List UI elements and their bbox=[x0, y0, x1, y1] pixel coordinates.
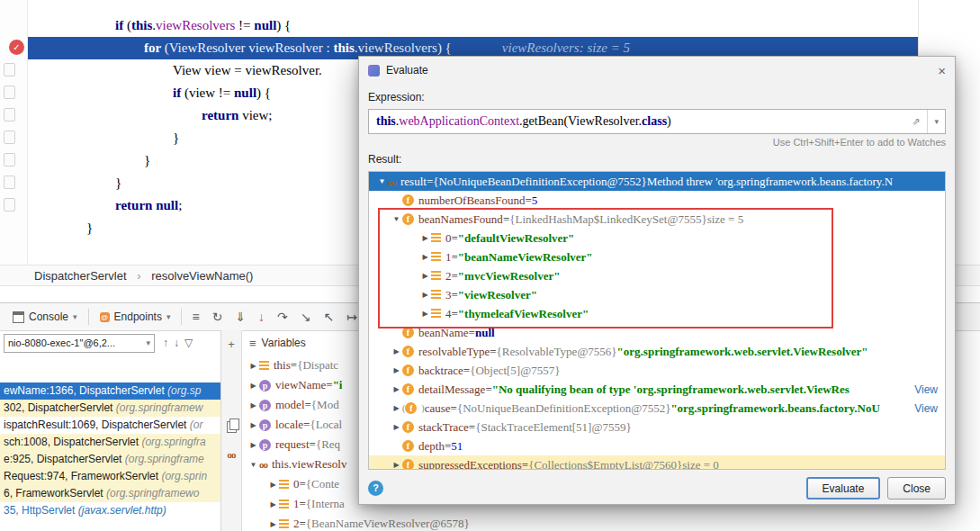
chevron-icon[interactable]: ▶ bbox=[419, 253, 431, 261]
frame-row[interactable]: Request:974, FrameworkServlet (org.sprin bbox=[0, 468, 220, 485]
chevron-icon[interactable]: ▶ bbox=[247, 401, 259, 410]
close-icon[interactable]: × bbox=[938, 63, 946, 78]
chevron-icon[interactable]: ▶ bbox=[391, 385, 402, 393]
array-element-icon bbox=[279, 519, 289, 529]
result-tree-row[interactable]: fbeanName = null bbox=[369, 323, 945, 342]
frame-row[interactable]: sch:1008, DispatcherServlet (org.springf… bbox=[0, 434, 220, 451]
frame-row[interactable]: 35, HttpServlet (javax.servlet.http) bbox=[0, 502, 220, 519]
copy-icon[interactable] bbox=[227, 421, 237, 433]
ide-window: if (this.viewResolvers != null) {for (Vi… bbox=[0, 0, 980, 531]
expression-input[interactable]: this.webApplicationContext.getBean(ViewR… bbox=[368, 109, 946, 134]
chevron-icon[interactable]: ▶ bbox=[419, 310, 431, 318]
result-tree-row[interactable]: ▶fresolvableType = {ResolvableType@7556}… bbox=[369, 342, 945, 361]
previous-frame-icon[interactable]: ↑ bbox=[163, 337, 168, 349]
chevron-icon[interactable]: ▶ bbox=[247, 382, 259, 390]
frame-row[interactable]: ispatchResult:1069, DispatcherServlet (o… bbox=[0, 417, 220, 434]
close-button[interactable]: Close bbox=[887, 477, 946, 500]
frame-row[interactable]: 302, DispatcherServlet (org.springframew bbox=[0, 400, 220, 417]
variables-menu-icon[interactable]: ≡ bbox=[249, 337, 256, 350]
result-tree-row[interactable]: fnumberOfBeansFound = 5 bbox=[369, 191, 945, 210]
chevron-icon[interactable]: ▶ bbox=[419, 272, 431, 280]
evaluate-button[interactable]: Evaluate bbox=[806, 477, 881, 500]
endpoints-icon: @ bbox=[100, 312, 110, 322]
step-out-icon[interactable]: ↖ bbox=[324, 310, 335, 324]
chevron-icon[interactable]: ▼ bbox=[391, 215, 402, 223]
breadcrumb-method[interactable]: resolveViewName() bbox=[151, 269, 253, 283]
frame-row[interactable]: ewName:1366, DispatcherServlet (org.sp bbox=[0, 382, 220, 400]
chevron-icon[interactable]: ▶ bbox=[391, 461, 402, 469]
drop-frame-icon[interactable]: ↓ bbox=[258, 310, 265, 324]
result-tree-row[interactable]: ▶0 = "defaultViewResolver" bbox=[369, 229, 945, 248]
run-to-cursor-icon[interactable]: ↦ bbox=[346, 310, 357, 324]
parameter-icon: p bbox=[259, 439, 271, 451]
tab-console-label: Console bbox=[29, 310, 68, 323]
expression-history-icon[interactable]: ▾ bbox=[927, 110, 939, 133]
dialog-title-bar[interactable]: Evaluate × bbox=[359, 57, 955, 84]
step-over-icon[interactable]: ↷ bbox=[277, 310, 288, 324]
result-tree-row[interactable]: ▼fbeanNamesFound = {LinkedHashMap$Linked… bbox=[369, 210, 945, 229]
result-tree-row[interactable]: ▶1 = "beanNameViewResolver" bbox=[369, 248, 945, 266]
layout-settings-icon[interactable]: ≡ bbox=[192, 310, 199, 324]
gutter-marker bbox=[4, 63, 15, 76]
parameter-icon: p bbox=[259, 400, 271, 411]
result-label: Result: bbox=[368, 153, 946, 167]
frame-row[interactable]: e:925, DispatcherServlet (org.springfram… bbox=[0, 451, 220, 468]
tab-console[interactable]: Console ▾ bbox=[5, 303, 85, 330]
breadcrumb-class[interactable]: DispatcherServlet bbox=[34, 269, 127, 283]
result-tree-row[interactable]: ▶3 = "viewResolver" bbox=[369, 285, 945, 304]
expression-value: this.webApplicationContext.getBean(ViewR… bbox=[369, 114, 912, 129]
result-tree-row[interactable]: ▶fbacktrace = {Object[5]@7557} bbox=[369, 361, 945, 380]
thread-selector[interactable]: nio-8080-exec-1"@6,2... ▾ bbox=[4, 334, 155, 353]
frame-row[interactable]: 6, FrameworkServlet (org.springframewo bbox=[0, 485, 220, 502]
separator bbox=[88, 309, 89, 325]
chevron-icon[interactable]: ▶ bbox=[419, 234, 431, 242]
chevron-down-icon: ▾ bbox=[73, 312, 77, 321]
result-tree-row[interactable]: ▶fdetailMessage = "No qualifying bean of… bbox=[369, 380, 945, 399]
variable-row[interactable]: ▶2 = {BeanNameViewResolver@6578} bbox=[242, 514, 980, 531]
array-element-icon bbox=[431, 252, 441, 262]
result-tree-row[interactable]: fdepth = 51 bbox=[369, 436, 945, 455]
chevron-icon[interactable]: ▶ bbox=[247, 362, 259, 370]
chevron-icon[interactable]: ▶ bbox=[247, 421, 259, 429]
chevron-icon[interactable]: ▶ bbox=[267, 500, 279, 508]
help-icon[interactable]: ? bbox=[368, 481, 383, 496]
variables-side-toolbar: + oo bbox=[221, 330, 242, 531]
array-element-icon bbox=[279, 480, 289, 490]
watches-hint: Use Ctrl+Shift+Enter to add to Watches bbox=[368, 137, 946, 149]
view-link[interactable]: View bbox=[914, 383, 945, 396]
chevron-icon[interactable]: ▶ bbox=[267, 481, 279, 489]
hide-frames-icon[interactable]: ▽ bbox=[184, 337, 193, 349]
debugger-inline-hint: viewResolvers: size = 5 bbox=[502, 40, 630, 55]
field-icon: f bbox=[402, 459, 414, 470]
chevron-icon[interactable]: ▶ bbox=[391, 366, 402, 374]
field-icon: f bbox=[402, 364, 414, 376]
chevron-icon[interactable]: ▶ bbox=[391, 404, 402, 412]
tab-endpoints-label: Endpoints bbox=[114, 310, 162, 323]
chevron-down-icon: ▾ bbox=[146, 338, 150, 347]
chevron-icon[interactable]: ▶ bbox=[391, 347, 402, 356]
expand-editor-icon[interactable]: ⇗ bbox=[912, 116, 920, 128]
chevron-icon[interactable]: ▶ bbox=[247, 441, 259, 449]
result-tree: ▼ooresult = {NoUniqueBeanDefinitionExcep… bbox=[368, 171, 946, 470]
watches-icon[interactable]: oo bbox=[228, 449, 236, 460]
chevron-icon[interactable]: ▶ bbox=[419, 291, 431, 299]
result-tree-row[interactable]: ▼ooresult = {NoUniqueBeanDefinitionExcep… bbox=[369, 172, 945, 191]
step-to-line-icon[interactable]: ⇓ bbox=[235, 310, 246, 324]
step-into-icon[interactable]: ↘ bbox=[301, 310, 311, 324]
rerun-icon[interactable]: ↻ bbox=[212, 310, 223, 324]
result-tree-row[interactable]: ▶fsuppressedExceptions = {Collections$Em… bbox=[369, 455, 945, 470]
chevron-icon[interactable]: ▶ bbox=[391, 423, 402, 431]
result-tree-row[interactable]: ▶2 = "mvcViewResolver" bbox=[369, 266, 945, 285]
view-link[interactable]: View bbox=[914, 402, 945, 415]
result-tree-row[interactable]: ▶(f) cause = {NoUniqueBeanDefinitionExce… bbox=[369, 399, 945, 418]
result-tree-row[interactable]: ▶fstackTrace = {StackTraceElement[51]@75… bbox=[369, 418, 945, 436]
breakpoint-icon[interactable]: ✓ bbox=[9, 40, 24, 55]
tab-endpoints[interactable]: @ Endpoints ▾ bbox=[93, 303, 178, 330]
result-tree-row[interactable]: ▶4 = "thymeleafViewResolver" bbox=[369, 304, 945, 323]
next-frame-icon[interactable]: ↓ bbox=[174, 337, 179, 349]
add-watch-icon[interactable]: + bbox=[228, 338, 235, 351]
chevron-icon[interactable]: ▼ bbox=[376, 177, 388, 185]
chevron-icon[interactable]: ▼ bbox=[247, 461, 259, 469]
gutter-marker bbox=[4, 130, 15, 144]
chevron-icon[interactable]: ▶ bbox=[267, 520, 279, 528]
